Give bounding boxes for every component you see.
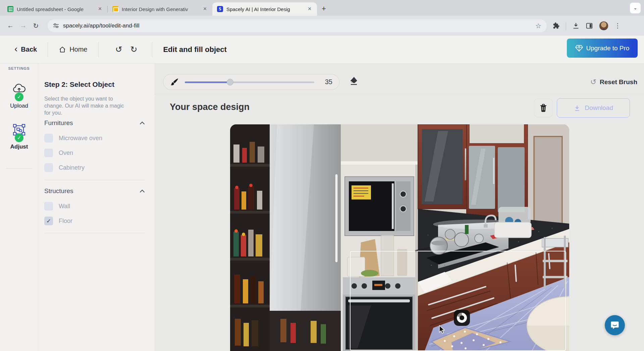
brush-size-control: 35: [163, 74, 339, 90]
browser-profile-avatar[interactable]: [599, 21, 608, 31]
page-title: Edit and fill object: [163, 45, 226, 54]
browser-reload-button[interactable]: ↻: [30, 22, 42, 30]
upgrade-to-pro-button[interactable]: Upgrade to Pro: [567, 39, 638, 58]
mouse-cursor: [438, 325, 446, 334]
tab-close-icon[interactable]: ×: [306, 6, 313, 12]
checkbox-label: Microwave oven: [59, 135, 102, 142]
brush-toolbar: 35 ↺ Reset Brush: [155, 64, 644, 94]
checkbox-label: Cabinetry: [59, 164, 85, 171]
header-divider: [152, 42, 152, 57]
redo-button[interactable]: ↻: [126, 45, 141, 54]
bookmark-star-icon[interactable]: ☆: [535, 22, 541, 30]
brush-icon[interactable]: [170, 78, 179, 86]
step-title: Step 2: Select Object: [44, 80, 114, 89]
rail-divider: [6, 168, 32, 169]
reset-icon: ↺: [590, 78, 596, 86]
chat-support-button[interactable]: [605, 315, 625, 335]
checkbox-microwave-oven[interactable]: Microwave oven: [44, 131, 145, 145]
rail-step-adjust[interactable]: ✓ Adjust: [0, 124, 38, 150]
slider-thumb[interactable]: [227, 79, 233, 85]
download-button[interactable]: Download: [557, 98, 630, 118]
eraser-button[interactable]: [347, 76, 358, 86]
section-header-structures[interactable]: Structures: [44, 185, 145, 197]
design-canvas[interactable]: [230, 124, 569, 351]
space-design-heading: Your space design: [170, 102, 250, 112]
download-icon: [574, 105, 581, 112]
tab-google-sheets[interactable]: Untitled spreadsheet - Google ×: [3, 2, 107, 16]
rail-step-upload[interactable]: ✓ Upload: [0, 83, 38, 109]
microwave: [345, 177, 414, 236]
rail-step-label: Upload: [10, 103, 28, 109]
google-sheets-favicon-icon: [7, 6, 13, 12]
checkbox-checked-icon[interactable]: ✓: [44, 217, 53, 225]
checkbox-unchecked-icon[interactable]: [44, 149, 53, 157]
address-bar[interactable]: spacely.ai/app/tool/edit-and-fill ☆: [48, 19, 547, 32]
reset-brush-label: Reset Brush: [600, 78, 637, 86]
google-slides-favicon-icon: [112, 6, 118, 12]
stainless-tall-cabinet: [270, 124, 341, 351]
tab-search-button[interactable]: ⌄: [630, 3, 641, 13]
left-shelving-clutter: [230, 124, 270, 351]
checkbox-label: Oven: [59, 150, 73, 157]
loading-spinner: [454, 310, 470, 326]
browser-menu-icon[interactable]: ⋮: [614, 22, 621, 30]
new-tab-button[interactable]: +: [317, 4, 331, 16]
checkbox-floor[interactable]: ✓Floor: [44, 214, 145, 228]
browser-toolbar: ← → ↻ spacely.ai/app/tool/edit-and-fill …: [0, 16, 644, 36]
eraser-icon: [347, 76, 358, 86]
adjust-done-check-icon: ✓: [15, 133, 23, 142]
browser-back-button[interactable]: ←: [4, 22, 17, 30]
url-text[interactable]: spacely.ai/app/tool/edit-and-fill: [63, 22, 531, 29]
section-title: Furnitures: [44, 119, 73, 127]
home-button[interactable]: Home: [59, 46, 87, 53]
delete-design-button[interactable]: [534, 99, 553, 117]
toolbar-divider: [566, 22, 566, 30]
downloads-icon[interactable]: [572, 22, 580, 30]
extensions-puzzle-icon[interactable]: [553, 22, 560, 29]
slider-fill: [185, 81, 230, 83]
select-object-panel: Step 2: Select Object Select the object …: [38, 64, 155, 351]
step-description: Select the object you want to change. Ou…: [44, 95, 129, 116]
header-divider: [48, 42, 48, 57]
chevron-up-icon: [140, 189, 145, 193]
checkbox-unchecked-icon[interactable]: [44, 163, 53, 172]
checkbox-unchecked-icon[interactable]: [44, 134, 53, 142]
undo-button[interactable]: ↺: [111, 45, 126, 54]
section-divider: [44, 233, 145, 233]
spacely-favicon-icon: [217, 6, 223, 12]
checkbox-label: Floor: [59, 218, 72, 225]
object-section: FurnituresMicrowave ovenOvenCabinetry: [44, 117, 145, 180]
brush-size-slider[interactable]: [185, 79, 314, 85]
tab-title: Untitled spreadsheet - Google: [17, 6, 93, 12]
app-header: ‹ Back Home ↺ ↻ Edit and fill object Upg…: [0, 36, 644, 64]
browser-forward-button[interactable]: →: [17, 22, 30, 30]
brush-size-value: 35: [320, 78, 332, 86]
section-header-furnitures[interactable]: Furnitures: [44, 117, 145, 129]
checkbox-wall[interactable]: Wall: [44, 199, 145, 214]
application-window: Untitled spreadsheet - Google × Interior…: [0, 0, 644, 351]
tab-interior-design-doc[interactable]: Interior Design with Generativ ×: [108, 2, 212, 16]
object-sections: FurnituresMicrowave ovenOvenCabinetryStr…: [44, 117, 145, 239]
site-settings-icon[interactable]: [53, 23, 59, 29]
home-label: Home: [69, 46, 87, 53]
tab-close-icon[interactable]: ×: [202, 6, 208, 12]
checkbox-oven[interactable]: Oven: [44, 145, 145, 160]
reset-brush-button[interactable]: ↺ Reset Brush: [590, 78, 637, 86]
side-panel-icon[interactable]: [586, 22, 593, 30]
tab-title: Spacely AI | AI Interior Desig: [226, 6, 303, 12]
tab-close-icon[interactable]: ×: [97, 6, 103, 12]
object-section: StructuresWall✓Floor: [44, 185, 145, 233]
section-title: Structures: [44, 187, 73, 195]
upper-glass-cabinet: [418, 124, 467, 209]
back-label: Back: [21, 46, 37, 53]
back-button[interactable]: ‹ Back: [14, 45, 37, 54]
upgrade-label: Upgrade to Pro: [586, 45, 630, 52]
checkbox-unchecked-icon[interactable]: [44, 202, 53, 211]
tab-spacely-active[interactable]: Spacely AI | AI Interior Desig ×: [212, 2, 317, 16]
spinner-ring-icon: [456, 312, 468, 324]
download-label: Download: [585, 104, 613, 112]
settings-rail-label: SETTINGS: [0, 66, 38, 70]
checkbox-cabinetry[interactable]: Cabinetry: [44, 160, 145, 175]
gem-icon: [575, 45, 583, 52]
section-divider: [44, 180, 145, 180]
